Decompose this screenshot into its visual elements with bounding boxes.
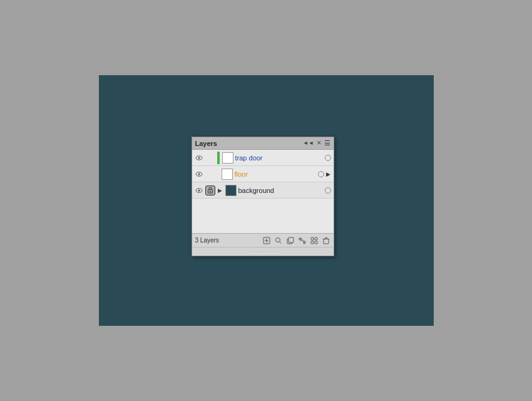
circle-trap-door <box>325 155 331 161</box>
layers-empty-space <box>192 199 334 233</box>
svg-line-12 <box>279 241 281 243</box>
lock-icon-trap-door[interactable] <box>205 153 215 163</box>
duplicate-layer-icon[interactable] <box>286 236 295 245</box>
layer-row-floor[interactable]: floor ▶ <box>192 166 334 182</box>
green-bar-trap-door <box>217 152 220 164</box>
layer-name-trap-door: trap door <box>235 154 323 162</box>
thumb-background <box>225 185 237 196</box>
layers-titlebar: Layers ◄◄ ✕ ☰ <box>192 137 334 150</box>
visibility-icon-background[interactable] <box>195 186 203 195</box>
svg-rect-18 <box>315 237 317 240</box>
delete-layer-icon[interactable] <box>322 236 330 245</box>
svg-point-1 <box>198 157 200 159</box>
svg-point-11 <box>275 237 280 242</box>
svg-rect-17 <box>311 237 314 240</box>
titlebar-controls: ◄◄ ✕ ☰ <box>303 140 330 147</box>
svg-point-7 <box>210 191 211 192</box>
collapse-button[interactable]: ◄◄ <box>303 140 314 146</box>
svg-rect-19 <box>311 241 314 244</box>
close-button[interactable]: ✕ <box>317 140 322 146</box>
footer-icon-group <box>262 236 330 245</box>
circle-background <box>325 187 331 194</box>
layers-panel: Layers ◄◄ ✕ ☰ <box>192 137 334 256</box>
expand-arrow-background[interactable]: ▶ <box>217 187 223 194</box>
thumb-trap-door <box>222 152 233 164</box>
thumb-floor <box>222 169 233 180</box>
layer-settings-icon[interactable] <box>310 236 319 245</box>
layer-name-background: background <box>238 187 323 194</box>
svg-rect-14 <box>289 237 294 242</box>
link-layer-icon[interactable] <box>298 236 307 245</box>
visibility-icon-floor[interactable] <box>195 170 203 179</box>
svg-point-3 <box>198 173 200 175</box>
menu-icon[interactable]: ☰ <box>324 140 330 147</box>
layer-row-trap-door[interactable]: trap door <box>192 150 334 166</box>
search-layer-icon[interactable] <box>274 236 283 245</box>
lock-icon-background[interactable] <box>205 185 215 195</box>
svg-rect-16 <box>304 241 305 243</box>
layer-row-background[interactable]: ▶ background <box>192 182 334 199</box>
svg-rect-20 <box>315 241 317 244</box>
layer-count: 3 Layers <box>195 237 219 244</box>
resize-dots: · · · · · · · <box>250 249 276 254</box>
new-layer-icon[interactable] <box>262 236 271 245</box>
resize-handle[interactable]: · · · · · · · <box>192 247 334 256</box>
svg-rect-21 <box>324 239 329 244</box>
canvas-area: Layers ◄◄ ✕ ☰ <box>99 75 434 326</box>
visibility-icon-trap-door[interactable] <box>195 154 203 162</box>
layer-name-floor: floor <box>235 170 316 178</box>
svg-point-5 <box>198 189 200 191</box>
lock-icon-floor[interactable] <box>205 169 215 179</box>
panel-title: Layers <box>195 140 217 147</box>
circle-floor <box>318 171 324 177</box>
layers-footer: 3 Layers <box>192 233 334 247</box>
expand-arrow-floor[interactable]: ▶ <box>326 172 331 177</box>
layers-list: trap door floor <box>192 150 334 233</box>
